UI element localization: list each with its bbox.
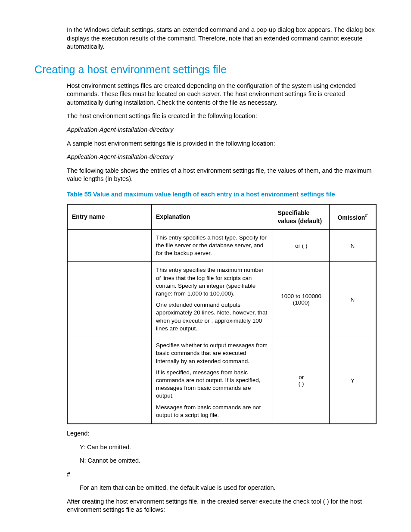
section-heading: Creating a host environment settings fil… xyxy=(34,63,377,76)
th-omission-hash: # xyxy=(365,213,367,218)
cell-explanation: Specifies whether to output messages fro… xyxy=(152,337,273,424)
table-row: This entry specifies the maximum number … xyxy=(67,262,376,337)
cell-entry xyxy=(67,229,152,262)
table-title: Table 55 Value and maximum value length … xyxy=(67,190,377,199)
legend-title: Legend: xyxy=(67,429,377,438)
legend-n: N: Cannot be omitted. xyxy=(80,457,377,465)
explanation-text: One extended command outputs approximate… xyxy=(156,301,268,333)
after-text-a: After creating the host environment sett… xyxy=(67,498,325,505)
explanation-text: This entry specifies a host type. Specif… xyxy=(156,234,268,258)
th-omission: Omission# xyxy=(329,204,376,229)
after-paragraph: After creating the host environment sett… xyxy=(67,498,377,514)
cell-entry xyxy=(67,262,152,337)
legend-y: Y: Can be omitted. xyxy=(80,443,377,452)
section-p6: The following table shows the entries of… xyxy=(67,167,377,184)
th-omission-label: Omission xyxy=(337,214,365,221)
table-row: Specifies whether to output messages fro… xyxy=(67,337,376,424)
page-root: In the Windows default settings, starts … xyxy=(0,0,411,532)
legend-block: Legend: Y: Can be omitted. N: Cannot be … xyxy=(67,429,377,465)
section-p2: The host environment settings file is cr… xyxy=(67,112,377,121)
table-row: This entry specifies a host type. Specif… xyxy=(67,229,376,262)
legend-hash-text: For an item that can be omitted, the def… xyxy=(80,484,377,492)
explanation-text: Specifies whether to output messages fro… xyxy=(156,342,268,365)
section-body: Host environment settings files are crea… xyxy=(67,82,377,514)
legend-indent: Y: Can be omitted. N: Cannot be omitted. xyxy=(80,443,377,465)
th-spec: Specifiable values (default) xyxy=(273,204,329,229)
section-p3: Application-Agent-installation-directory xyxy=(67,126,377,134)
legend-hash: # xyxy=(67,470,377,479)
intro-text-a: In the Windows default settings, xyxy=(67,26,157,33)
cell-spec: or ( ) xyxy=(273,337,329,424)
cell-omission: Y xyxy=(329,337,376,424)
explanation-text: If is specified, messages from basic com… xyxy=(156,369,268,400)
cell-spec: or ( ) xyxy=(273,229,329,262)
cell-omission: N xyxy=(329,262,376,337)
table-header-row: Entry name Explanation Specifiable value… xyxy=(67,204,376,229)
cell-omission: N xyxy=(329,229,376,262)
cell-entry xyxy=(67,337,152,424)
cell-spec: 1000 to 100000 (1000) xyxy=(273,262,329,337)
th-entry: Entry name xyxy=(67,204,152,229)
settings-table: Entry name Explanation Specifiable value… xyxy=(67,204,377,424)
legend-hash-indent: For an item that can be omitted, the def… xyxy=(80,484,377,492)
section-p1: Host environment settings files are crea… xyxy=(67,82,377,107)
section-p4: A sample host environment settings file … xyxy=(67,140,377,148)
th-explanation: Explanation xyxy=(152,204,273,229)
cell-explanation: This entry specifies the maximum number … xyxy=(152,262,273,337)
explanation-text: This entry specifies the maximum number … xyxy=(156,266,268,298)
section-p5: Application-Agent-installation-directory xyxy=(67,153,377,162)
intro-block: In the Windows default settings, starts … xyxy=(67,26,377,51)
intro-paragraph: In the Windows default settings, starts … xyxy=(67,26,377,51)
cell-explanation: This entry specifies a host type. Specif… xyxy=(152,229,273,262)
explanation-text: Messages from basic commands are not out… xyxy=(156,404,268,419)
